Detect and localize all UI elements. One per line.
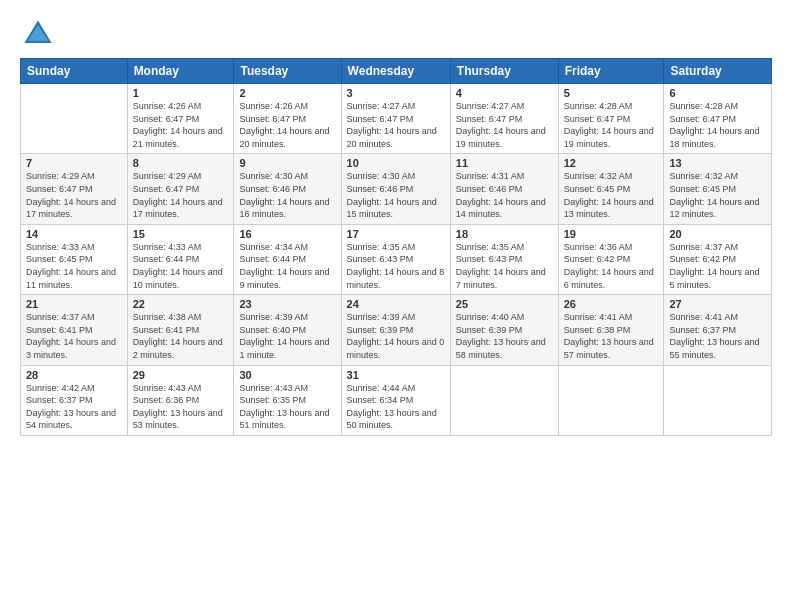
day-number: 24 bbox=[347, 298, 445, 310]
calendar-week-4: 21Sunrise: 4:37 AMSunset: 6:41 PMDayligh… bbox=[21, 295, 772, 365]
day-info: Sunrise: 4:37 AMSunset: 6:41 PMDaylight:… bbox=[26, 311, 122, 361]
day-number: 6 bbox=[669, 87, 766, 99]
calendar-week-1: 1Sunrise: 4:26 AMSunset: 6:47 PMDaylight… bbox=[21, 84, 772, 154]
calendar-cell: 24Sunrise: 4:39 AMSunset: 6:39 PMDayligh… bbox=[341, 295, 450, 365]
day-info: Sunrise: 4:28 AMSunset: 6:47 PMDaylight:… bbox=[669, 100, 766, 150]
day-number: 26 bbox=[564, 298, 659, 310]
page: SundayMondayTuesdayWednesdayThursdayFrid… bbox=[0, 0, 792, 446]
day-info: Sunrise: 4:30 AMSunset: 6:46 PMDaylight:… bbox=[239, 170, 335, 220]
calendar-cell bbox=[450, 365, 558, 435]
calendar-cell: 16Sunrise: 4:34 AMSunset: 6:44 PMDayligh… bbox=[234, 224, 341, 294]
day-info: Sunrise: 4:39 AMSunset: 6:39 PMDaylight:… bbox=[347, 311, 445, 361]
day-number: 1 bbox=[133, 87, 229, 99]
logo-icon bbox=[20, 16, 56, 52]
calendar-cell: 25Sunrise: 4:40 AMSunset: 6:39 PMDayligh… bbox=[450, 295, 558, 365]
calendar-cell: 18Sunrise: 4:35 AMSunset: 6:43 PMDayligh… bbox=[450, 224, 558, 294]
day-info: Sunrise: 4:44 AMSunset: 6:34 PMDaylight:… bbox=[347, 382, 445, 432]
calendar-header-saturday: Saturday bbox=[664, 59, 772, 84]
day-number: 8 bbox=[133, 157, 229, 169]
calendar-cell: 28Sunrise: 4:42 AMSunset: 6:37 PMDayligh… bbox=[21, 365, 128, 435]
calendar-cell: 19Sunrise: 4:36 AMSunset: 6:42 PMDayligh… bbox=[558, 224, 664, 294]
calendar-cell: 27Sunrise: 4:41 AMSunset: 6:37 PMDayligh… bbox=[664, 295, 772, 365]
day-number: 18 bbox=[456, 228, 553, 240]
day-info: Sunrise: 4:37 AMSunset: 6:42 PMDaylight:… bbox=[669, 241, 766, 291]
calendar-cell: 17Sunrise: 4:35 AMSunset: 6:43 PMDayligh… bbox=[341, 224, 450, 294]
day-info: Sunrise: 4:35 AMSunset: 6:43 PMDaylight:… bbox=[456, 241, 553, 291]
day-number: 2 bbox=[239, 87, 335, 99]
day-info: Sunrise: 4:42 AMSunset: 6:37 PMDaylight:… bbox=[26, 382, 122, 432]
day-info: Sunrise: 4:33 AMSunset: 6:45 PMDaylight:… bbox=[26, 241, 122, 291]
day-number: 30 bbox=[239, 369, 335, 381]
day-number: 11 bbox=[456, 157, 553, 169]
calendar-cell: 9Sunrise: 4:30 AMSunset: 6:46 PMDaylight… bbox=[234, 154, 341, 224]
calendar-cell: 3Sunrise: 4:27 AMSunset: 6:47 PMDaylight… bbox=[341, 84, 450, 154]
calendar-cell: 8Sunrise: 4:29 AMSunset: 6:47 PMDaylight… bbox=[127, 154, 234, 224]
day-number: 28 bbox=[26, 369, 122, 381]
day-number: 25 bbox=[456, 298, 553, 310]
day-number: 27 bbox=[669, 298, 766, 310]
calendar-cell: 31Sunrise: 4:44 AMSunset: 6:34 PMDayligh… bbox=[341, 365, 450, 435]
day-number: 15 bbox=[133, 228, 229, 240]
calendar-header-wednesday: Wednesday bbox=[341, 59, 450, 84]
day-number: 7 bbox=[26, 157, 122, 169]
day-info: Sunrise: 4:43 AMSunset: 6:36 PMDaylight:… bbox=[133, 382, 229, 432]
calendar-week-5: 28Sunrise: 4:42 AMSunset: 6:37 PMDayligh… bbox=[21, 365, 772, 435]
calendar-cell: 4Sunrise: 4:27 AMSunset: 6:47 PMDaylight… bbox=[450, 84, 558, 154]
day-number: 22 bbox=[133, 298, 229, 310]
day-number: 29 bbox=[133, 369, 229, 381]
day-info: Sunrise: 4:29 AMSunset: 6:47 PMDaylight:… bbox=[133, 170, 229, 220]
calendar-cell: 29Sunrise: 4:43 AMSunset: 6:36 PMDayligh… bbox=[127, 365, 234, 435]
day-info: Sunrise: 4:33 AMSunset: 6:44 PMDaylight:… bbox=[133, 241, 229, 291]
calendar-header-thursday: Thursday bbox=[450, 59, 558, 84]
day-info: Sunrise: 4:41 AMSunset: 6:38 PMDaylight:… bbox=[564, 311, 659, 361]
calendar-cell: 14Sunrise: 4:33 AMSunset: 6:45 PMDayligh… bbox=[21, 224, 128, 294]
calendar-table: SundayMondayTuesdayWednesdayThursdayFrid… bbox=[20, 58, 772, 436]
calendar-cell: 22Sunrise: 4:38 AMSunset: 6:41 PMDayligh… bbox=[127, 295, 234, 365]
day-info: Sunrise: 4:27 AMSunset: 6:47 PMDaylight:… bbox=[456, 100, 553, 150]
day-number: 12 bbox=[564, 157, 659, 169]
day-info: Sunrise: 4:30 AMSunset: 6:46 PMDaylight:… bbox=[347, 170, 445, 220]
header bbox=[20, 16, 772, 52]
day-number: 10 bbox=[347, 157, 445, 169]
day-info: Sunrise: 4:26 AMSunset: 6:47 PMDaylight:… bbox=[239, 100, 335, 150]
calendar-cell bbox=[664, 365, 772, 435]
day-number: 20 bbox=[669, 228, 766, 240]
day-info: Sunrise: 4:36 AMSunset: 6:42 PMDaylight:… bbox=[564, 241, 659, 291]
day-number: 3 bbox=[347, 87, 445, 99]
calendar-cell: 12Sunrise: 4:32 AMSunset: 6:45 PMDayligh… bbox=[558, 154, 664, 224]
day-info: Sunrise: 4:32 AMSunset: 6:45 PMDaylight:… bbox=[564, 170, 659, 220]
calendar-cell: 20Sunrise: 4:37 AMSunset: 6:42 PMDayligh… bbox=[664, 224, 772, 294]
calendar-cell: 15Sunrise: 4:33 AMSunset: 6:44 PMDayligh… bbox=[127, 224, 234, 294]
calendar-cell: 11Sunrise: 4:31 AMSunset: 6:46 PMDayligh… bbox=[450, 154, 558, 224]
calendar-cell: 5Sunrise: 4:28 AMSunset: 6:47 PMDaylight… bbox=[558, 84, 664, 154]
day-number: 17 bbox=[347, 228, 445, 240]
calendar-cell: 26Sunrise: 4:41 AMSunset: 6:38 PMDayligh… bbox=[558, 295, 664, 365]
calendar-cell: 6Sunrise: 4:28 AMSunset: 6:47 PMDaylight… bbox=[664, 84, 772, 154]
calendar-cell: 10Sunrise: 4:30 AMSunset: 6:46 PMDayligh… bbox=[341, 154, 450, 224]
day-number: 13 bbox=[669, 157, 766, 169]
logo bbox=[20, 16, 62, 52]
calendar-header-tuesday: Tuesday bbox=[234, 59, 341, 84]
day-info: Sunrise: 4:41 AMSunset: 6:37 PMDaylight:… bbox=[669, 311, 766, 361]
day-info: Sunrise: 4:26 AMSunset: 6:47 PMDaylight:… bbox=[133, 100, 229, 150]
calendar-cell bbox=[558, 365, 664, 435]
day-number: 19 bbox=[564, 228, 659, 240]
day-info: Sunrise: 4:35 AMSunset: 6:43 PMDaylight:… bbox=[347, 241, 445, 291]
day-number: 9 bbox=[239, 157, 335, 169]
day-number: 21 bbox=[26, 298, 122, 310]
day-info: Sunrise: 4:39 AMSunset: 6:40 PMDaylight:… bbox=[239, 311, 335, 361]
day-info: Sunrise: 4:28 AMSunset: 6:47 PMDaylight:… bbox=[564, 100, 659, 150]
day-info: Sunrise: 4:29 AMSunset: 6:47 PMDaylight:… bbox=[26, 170, 122, 220]
day-number: 5 bbox=[564, 87, 659, 99]
calendar-header-friday: Friday bbox=[558, 59, 664, 84]
calendar-cell: 7Sunrise: 4:29 AMSunset: 6:47 PMDaylight… bbox=[21, 154, 128, 224]
day-info: Sunrise: 4:31 AMSunset: 6:46 PMDaylight:… bbox=[456, 170, 553, 220]
calendar-cell: 2Sunrise: 4:26 AMSunset: 6:47 PMDaylight… bbox=[234, 84, 341, 154]
calendar-cell: 1Sunrise: 4:26 AMSunset: 6:47 PMDaylight… bbox=[127, 84, 234, 154]
day-number: 14 bbox=[26, 228, 122, 240]
calendar-header-sunday: Sunday bbox=[21, 59, 128, 84]
day-number: 16 bbox=[239, 228, 335, 240]
day-info: Sunrise: 4:27 AMSunset: 6:47 PMDaylight:… bbox=[347, 100, 445, 150]
calendar-cell: 13Sunrise: 4:32 AMSunset: 6:45 PMDayligh… bbox=[664, 154, 772, 224]
calendar-header-row: SundayMondayTuesdayWednesdayThursdayFrid… bbox=[21, 59, 772, 84]
